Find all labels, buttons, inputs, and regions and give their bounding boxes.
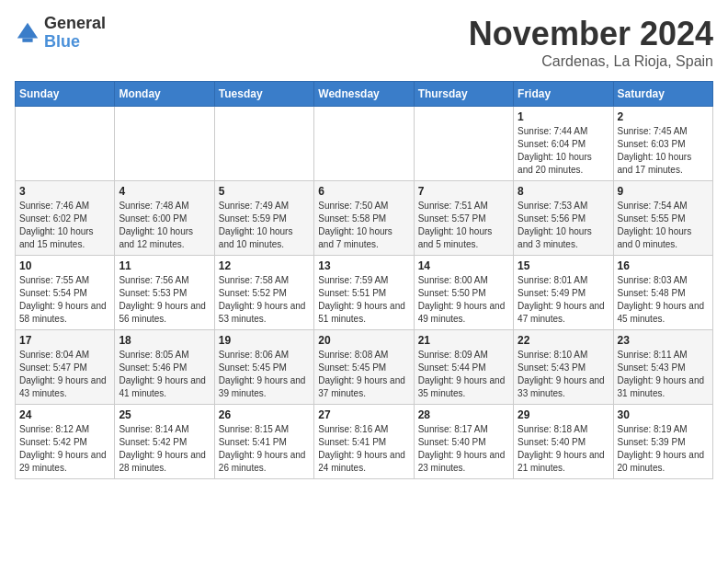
day-number: 10 xyxy=(19,259,110,272)
day-number: 13 xyxy=(318,259,409,272)
day-info: Sunrise: 8:09 AM Sunset: 5:44 PM Dayligh… xyxy=(418,349,509,400)
day-cell: 12Sunrise: 7:58 AM Sunset: 5:52 PM Dayli… xyxy=(214,256,313,330)
day-info: Sunrise: 7:55 AM Sunset: 5:54 PM Dayligh… xyxy=(19,274,110,326)
day-info: Sunrise: 8:00 AM Sunset: 5:50 PM Dayligh… xyxy=(418,274,509,326)
day-cell: 7Sunrise: 7:51 AM Sunset: 5:57 PM Daylig… xyxy=(414,181,513,256)
day-info: Sunrise: 8:04 AM Sunset: 5:47 PM Dayligh… xyxy=(19,349,110,400)
day-cell: 25Sunrise: 8:14 AM Sunset: 5:42 PM Dayli… xyxy=(115,405,214,479)
day-info: Sunrise: 8:10 AM Sunset: 5:43 PM Dayligh… xyxy=(518,349,609,400)
day-cell: 27Sunrise: 8:16 AM Sunset: 5:41 PM Dayli… xyxy=(314,405,414,479)
day-number: 19 xyxy=(219,334,310,347)
day-number: 11 xyxy=(119,259,210,272)
day-number: 9 xyxy=(618,185,709,198)
day-number: 25 xyxy=(119,408,210,421)
day-cell: 1Sunrise: 7:44 AM Sunset: 6:04 PM Daylig… xyxy=(514,107,613,181)
day-cell: 14Sunrise: 8:00 AM Sunset: 5:50 PM Dayli… xyxy=(414,256,513,330)
day-number: 22 xyxy=(518,334,609,347)
day-number: 6 xyxy=(318,185,409,198)
day-number: 30 xyxy=(618,408,709,421)
day-number: 29 xyxy=(518,408,609,421)
day-info: Sunrise: 7:58 AM Sunset: 5:52 PM Dayligh… xyxy=(219,274,310,326)
svg-rect-1 xyxy=(22,38,32,41)
day-number: 8 xyxy=(518,185,609,198)
day-cell: 20Sunrise: 8:08 AM Sunset: 5:45 PM Dayli… xyxy=(314,330,414,405)
day-number: 15 xyxy=(518,259,609,272)
weekday-header-row: SundayMondayTuesdayWednesdayThursdayFrid… xyxy=(16,82,713,107)
day-cell: 16Sunrise: 8:03 AM Sunset: 5:48 PM Dayli… xyxy=(613,256,712,330)
day-info: Sunrise: 7:44 AM Sunset: 6:04 PM Dayligh… xyxy=(518,125,609,177)
week-row-2: 3Sunrise: 7:46 AM Sunset: 6:02 PM Daylig… xyxy=(16,181,713,256)
day-number: 3 xyxy=(19,185,110,198)
day-info: Sunrise: 7:56 AM Sunset: 5:53 PM Dayligh… xyxy=(119,274,210,326)
day-info: Sunrise: 8:14 AM Sunset: 5:42 PM Dayligh… xyxy=(119,423,210,475)
weekday-header-saturday: Saturday xyxy=(613,82,712,107)
calendar-header: SundayMondayTuesdayWednesdayThursdayFrid… xyxy=(16,82,713,107)
weekday-header-monday: Monday xyxy=(115,82,214,107)
day-info: Sunrise: 8:19 AM Sunset: 5:39 PM Dayligh… xyxy=(618,423,709,475)
day-info: Sunrise: 8:05 AM Sunset: 5:46 PM Dayligh… xyxy=(119,349,210,400)
day-number: 28 xyxy=(418,408,509,421)
day-number: 4 xyxy=(119,185,210,198)
day-cell: 10Sunrise: 7:55 AM Sunset: 5:54 PM Dayli… xyxy=(16,256,115,330)
day-number: 1 xyxy=(518,110,609,123)
day-info: Sunrise: 7:51 AM Sunset: 5:57 PM Dayligh… xyxy=(418,200,509,251)
day-cell: 8Sunrise: 7:53 AM Sunset: 5:56 PM Daylig… xyxy=(514,181,613,256)
day-cell: 21Sunrise: 8:09 AM Sunset: 5:44 PM Dayli… xyxy=(414,330,513,405)
weekday-header-wednesday: Wednesday xyxy=(314,82,414,107)
logo-text: General Blue xyxy=(44,15,106,52)
day-cell: 26Sunrise: 8:15 AM Sunset: 5:41 PM Dayli… xyxy=(214,405,313,479)
day-number: 21 xyxy=(418,334,509,347)
day-number: 23 xyxy=(618,334,709,347)
day-cell xyxy=(314,107,414,181)
weekday-header-friday: Friday xyxy=(514,82,613,107)
day-cell: 13Sunrise: 7:59 AM Sunset: 5:51 PM Dayli… xyxy=(314,256,414,330)
day-cell: 15Sunrise: 8:01 AM Sunset: 5:49 PM Dayli… xyxy=(514,256,613,330)
logo-icon xyxy=(15,20,40,46)
day-cell xyxy=(414,107,513,181)
day-cell: 3Sunrise: 7:46 AM Sunset: 6:02 PM Daylig… xyxy=(16,181,115,256)
day-cell: 29Sunrise: 8:18 AM Sunset: 5:40 PM Dayli… xyxy=(514,405,613,479)
week-row-3: 10Sunrise: 7:55 AM Sunset: 5:54 PM Dayli… xyxy=(16,256,713,330)
day-cell xyxy=(115,107,214,181)
day-cell: 30Sunrise: 8:19 AM Sunset: 5:39 PM Dayli… xyxy=(613,405,712,479)
day-number: 26 xyxy=(219,408,310,421)
day-cell: 9Sunrise: 7:54 AM Sunset: 5:55 PM Daylig… xyxy=(613,181,712,256)
logo: General Blue xyxy=(15,15,106,52)
svg-marker-0 xyxy=(17,23,38,39)
day-number: 14 xyxy=(418,259,509,272)
day-number: 18 xyxy=(119,334,210,347)
day-info: Sunrise: 7:49 AM Sunset: 5:59 PM Dayligh… xyxy=(219,200,310,251)
day-number: 2 xyxy=(618,110,709,123)
weekday-header-sunday: Sunday xyxy=(16,82,115,107)
day-cell: 6Sunrise: 7:50 AM Sunset: 5:58 PM Daylig… xyxy=(314,181,414,256)
day-number: 16 xyxy=(618,259,709,272)
day-cell: 2Sunrise: 7:45 AM Sunset: 6:03 PM Daylig… xyxy=(613,107,712,181)
day-info: Sunrise: 8:16 AM Sunset: 5:41 PM Dayligh… xyxy=(318,423,409,475)
day-info: Sunrise: 7:45 AM Sunset: 6:03 PM Dayligh… xyxy=(618,125,709,177)
day-cell: 11Sunrise: 7:56 AM Sunset: 5:53 PM Dayli… xyxy=(115,256,214,330)
day-info: Sunrise: 8:06 AM Sunset: 5:45 PM Dayligh… xyxy=(219,349,310,400)
page-header: General Blue November 2024 Cardenas, La … xyxy=(15,15,713,70)
title-block: November 2024 Cardenas, La Rioja, Spain xyxy=(469,15,713,70)
day-number: 27 xyxy=(318,408,409,421)
day-cell: 22Sunrise: 8:10 AM Sunset: 5:43 PM Dayli… xyxy=(514,330,613,405)
day-info: Sunrise: 7:59 AM Sunset: 5:51 PM Dayligh… xyxy=(318,274,409,326)
day-number: 12 xyxy=(219,259,310,272)
location: Cardenas, La Rioja, Spain xyxy=(469,53,713,70)
weekday-header-tuesday: Tuesday xyxy=(214,82,313,107)
day-number: 5 xyxy=(219,185,310,198)
day-info: Sunrise: 8:08 AM Sunset: 5:45 PM Dayligh… xyxy=(318,349,409,400)
day-cell: 19Sunrise: 8:06 AM Sunset: 5:45 PM Dayli… xyxy=(214,330,313,405)
week-row-1: 1Sunrise: 7:44 AM Sunset: 6:04 PM Daylig… xyxy=(16,107,713,181)
day-info: Sunrise: 7:48 AM Sunset: 6:00 PM Dayligh… xyxy=(119,200,210,251)
day-number: 7 xyxy=(418,185,509,198)
week-row-4: 17Sunrise: 8:04 AM Sunset: 5:47 PM Dayli… xyxy=(16,330,713,405)
day-cell xyxy=(16,107,115,181)
calendar-table: SundayMondayTuesdayWednesdayThursdayFrid… xyxy=(15,81,713,479)
day-cell: 18Sunrise: 8:05 AM Sunset: 5:46 PM Dayli… xyxy=(115,330,214,405)
day-info: Sunrise: 7:54 AM Sunset: 5:55 PM Dayligh… xyxy=(618,200,709,251)
day-number: 24 xyxy=(19,408,110,421)
day-info: Sunrise: 8:18 AM Sunset: 5:40 PM Dayligh… xyxy=(518,423,609,475)
day-info: Sunrise: 8:11 AM Sunset: 5:43 PM Dayligh… xyxy=(618,349,709,400)
day-info: Sunrise: 8:03 AM Sunset: 5:48 PM Dayligh… xyxy=(618,274,709,326)
